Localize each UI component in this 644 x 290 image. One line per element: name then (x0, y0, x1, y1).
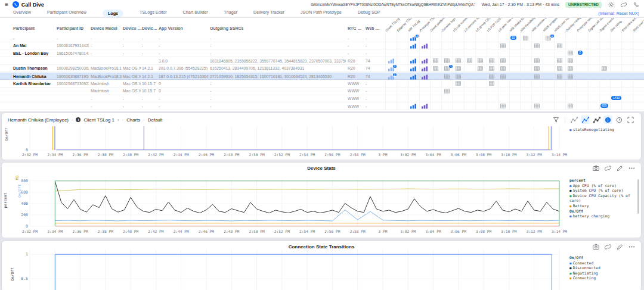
tab-chart-builder[interactable]: Chart Builder (183, 10, 208, 17)
table-row[interactable]: 3.0.01031846605, 2359856222, 3559770745,… (0, 57, 644, 65)
tab-triager[interactable]: Triager (224, 10, 238, 17)
pulse-1-icon[interactable] (569, 116, 578, 124)
column-header[interactable]: RTC … (348, 26, 361, 30)
table-data-icon[interactable] (444, 89, 450, 94)
table-data-icon[interactable] (534, 58, 540, 64)
table-row[interactable]: Hemanth Chiluka100036308871953MacBookPro… (0, 73, 644, 80)
table-data-icon[interactable] (568, 104, 574, 109)
column-header[interactable]: Device … (123, 26, 142, 30)
chart-data-icon[interactable] (410, 43, 416, 49)
filter-icon[interactable] (552, 116, 561, 124)
screenshot-icon[interactable] (593, 165, 599, 171)
chart-data-icon[interactable] (410, 66, 416, 71)
table-row[interactable]: An Mai100081679314428------- (0, 42, 644, 50)
phone-icon[interactable] (633, 1, 639, 8)
table-data-icon[interactable] (478, 66, 484, 71)
more-icon[interactable] (628, 244, 635, 250)
edit-icon[interactable] (617, 244, 623, 250)
chart-data-icon[interactable]: 2 (388, 74, 394, 80)
table-data-icon[interactable] (568, 66, 574, 71)
table-data-icon[interactable] (568, 51, 574, 56)
table-data-icon[interactable] (456, 66, 462, 71)
legend-item[interactable]: ●System CPU (% of core) (569, 188, 640, 194)
column-header[interactable]: Outgoing SSRCs (210, 26, 243, 30)
breadcrumb-default[interactable]: Default (148, 117, 163, 123)
table-data-icon[interactable]: 1 (444, 66, 450, 71)
history-icon[interactable] (615, 116, 624, 124)
table-data-icon[interactable] (557, 58, 563, 64)
table-data-icon[interactable] (557, 74, 563, 80)
count-bubble[interactable]: 829 (600, 104, 608, 108)
tab-participant-overview[interactable]: Participant Overview (47, 10, 86, 17)
column-header[interactable]: App Version (159, 26, 183, 30)
tab-delivery-tracker[interactable]: Delivery Tracker (253, 10, 284, 17)
chart-data-icon[interactable] (422, 104, 428, 109)
chart-data-icon[interactable] (422, 58, 428, 64)
chart-data-icon[interactable] (410, 58, 416, 64)
legend-item[interactable]: ●App CPU (% of core) (569, 183, 640, 189)
table-data-icon[interactable] (500, 74, 506, 80)
tab-tslogs-editor[interactable]: TSLogs Editor (140, 10, 167, 17)
count-bubble[interactable]: 1433 (611, 96, 621, 100)
count-bubble[interactable]: 15 (510, 36, 517, 40)
table-data-icon[interactable] (489, 74, 495, 80)
link-icon[interactable] (605, 165, 611, 171)
chart-data-icon[interactable] (410, 74, 416, 80)
table-data-icon[interactable] (500, 104, 506, 109)
legend-item[interactable]: ●Battery (569, 204, 640, 209)
table-data-icon[interactable] (534, 66, 540, 71)
legend-item[interactable]: ●stateRenegotiating (569, 127, 640, 133)
legend-item[interactable]: ●Device CPU Capacity (% of core) (569, 194, 640, 204)
table-data-icon[interactable] (500, 66, 506, 71)
legend-item[interactable]: ●Connected (569, 261, 640, 266)
table-data-icon[interactable] (534, 74, 540, 80)
pulse-2-icon[interactable] (581, 116, 590, 124)
chart-data-icon[interactable] (422, 43, 428, 49)
chart-data-icon[interactable]: 2 (410, 36, 416, 41)
table-data-icon[interactable] (568, 74, 574, 80)
table-row[interactable]: MacintoshMac OS X10.15.70-WWW- (0, 88, 644, 95)
reset-nux-link[interactable]: (Internal: Reset NUX) (598, 11, 639, 16)
table-data-icon[interactable] (433, 66, 439, 71)
chevron-right-icon[interactable]: › (117, 117, 119, 123)
breadcrumb-participant[interactable]: Hemanth Chiluka (Employee) (8, 117, 69, 123)
count-bubble[interactable]: 2 (578, 51, 583, 55)
more-icon[interactable] (628, 165, 635, 171)
screenshot-icon[interactable] (593, 244, 599, 250)
table-row[interactable]: BEL - London Boy196150674780143-------2 (0, 49, 644, 57)
tab-logs[interactable]: Logs (103, 10, 123, 17)
gear-icon[interactable] (608, 1, 614, 8)
table-row[interactable]: -----WWW-1433 (0, 95, 644, 103)
legend-item[interactable]: ●battery charging (569, 214, 640, 219)
legend-item[interactable]: ●Connecting (569, 276, 640, 281)
table-data-icon[interactable] (557, 43, 563, 49)
table-data-icon[interactable] (489, 66, 495, 71)
chart-data-icon[interactable]: 2 (388, 66, 394, 71)
tab-json-path-prototype[interactable]: JSON Path Prototype (301, 10, 342, 17)
table-row[interactable]: -----WWW-829 (0, 102, 644, 110)
chart-data-icon[interactable] (422, 66, 428, 71)
tab-debug-sdp[interactable]: Debug SDP (358, 10, 380, 17)
tab-overview[interactable]: Overview (13, 10, 31, 17)
table-data-icon[interactable] (456, 81, 462, 86)
table-data-icon[interactable] (500, 58, 506, 64)
table-data-icon[interactable] (444, 74, 450, 80)
column-header[interactable]: Devic… (142, 26, 157, 30)
legend-item[interactable]: ●Disconnected (569, 266, 640, 271)
chart-data-icon[interactable] (422, 74, 428, 80)
column-header[interactable]: Participant (13, 26, 35, 30)
table-row[interactable]: Dustin Thompson100082982500362MacBookPro… (0, 65, 644, 73)
table-data-icon[interactable] (467, 58, 473, 64)
link-icon[interactable] (620, 1, 627, 8)
menu-icon[interactable]: ≡ (5, 2, 8, 8)
table-data-icon[interactable] (433, 58, 439, 64)
table-data-icon[interactable]: 1 (546, 36, 552, 41)
expand-icon[interactable] (626, 116, 635, 124)
table-data-icon[interactable] (568, 58, 574, 64)
chart-data-icon[interactable] (388, 58, 394, 64)
info-icon[interactable] (603, 116, 612, 124)
table-data-icon[interactable] (456, 74, 462, 80)
table-data-icon[interactable] (489, 81, 495, 86)
column-header[interactable]: Participant ID (57, 26, 83, 30)
table-data-icon[interactable] (557, 66, 563, 71)
